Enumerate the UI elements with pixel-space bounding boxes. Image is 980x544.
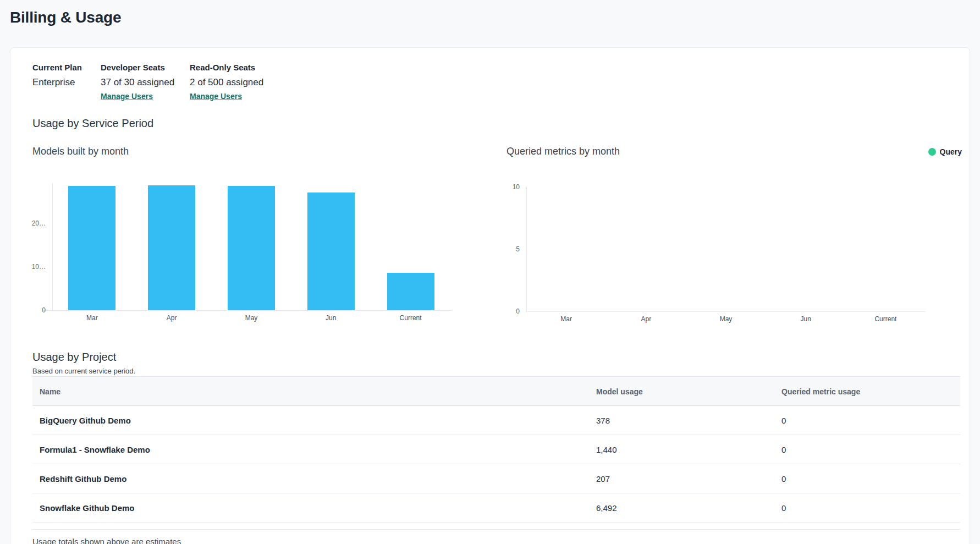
table-header-row: Name Model usage Queried metric usage	[32, 376, 960, 406]
table-row: Snowflake Github Demo6,4920	[32, 493, 960, 523]
column-header-queried-metric-usage: Queried metric usage	[781, 377, 860, 406]
y-axis-tick-label: 0	[485, 307, 520, 316]
x-axis-tick-label: May	[720, 315, 733, 323]
x-axis-tick-label: Jun	[326, 314, 336, 322]
y-axis-tick-label: 10…	[10, 262, 46, 271]
bar-apr[interactable]	[148, 185, 195, 310]
current-plan-column: Current Plan Enterprise	[32, 63, 101, 101]
queried-metric-usage-cell: 0	[781, 464, 786, 493]
table-row: BigQuery Github Demo3780	[32, 406, 960, 435]
usage-by-project-table: Name Model usage Queried metric usage Bi…	[32, 376, 960, 523]
model-usage-cell: 6,492	[596, 493, 617, 523]
x-axis-tick-label: Apr	[641, 315, 651, 323]
usage-by-project-subtitle: Based on current service period.	[32, 367, 135, 375]
model-usage-cell: 207	[596, 464, 610, 493]
plot-area	[526, 187, 926, 311]
x-axis: MarAprMayJunCurrent	[526, 314, 926, 323]
table-row: Formula1 - Snowflake Demo1,4400	[32, 435, 960, 464]
billing-card: Current Plan Enterprise Developer Seats …	[10, 47, 970, 544]
project-name-cell: Snowflake Github Demo	[40, 493, 135, 523]
plan-summary: Current Plan Enterprise Developer Seats …	[32, 63, 263, 101]
developer-seats-label: Developer Seats	[101, 63, 190, 72]
model-usage-cell: 1,440	[596, 435, 617, 464]
y-axis: 010…20…	[10, 180, 49, 310]
usage-estimates-note: Usage totals shown above are estimates	[32, 537, 181, 544]
current-plan-value: Enterprise	[32, 77, 101, 88]
queried-metric-usage-cell: 0	[781, 406, 786, 435]
x-axis-line	[526, 311, 926, 312]
read-only-seats-column: Read-Only Seats 2 of 500 assigned Manage…	[190, 63, 263, 101]
query-legend-label: Query	[940, 147, 962, 156]
queried-metric-usage-cell: 0	[781, 435, 786, 464]
bar-mar[interactable]	[68, 186, 115, 310]
y-axis-tick-label: 0	[10, 306, 46, 315]
column-header-model-usage: Model usage	[596, 377, 643, 406]
queried-metrics-chart-title: Queried metrics by month	[506, 146, 620, 157]
queried-metric-usage-cell: 0	[781, 493, 786, 523]
x-axis-tick-label: May	[245, 314, 258, 322]
read-only-seats-value: 2 of 500 assigned	[190, 77, 263, 88]
manage-users-link-readonly[interactable]: Manage Users	[190, 92, 242, 101]
manage-users-link-developer[interactable]: Manage Users	[101, 92, 153, 101]
x-axis-tick-label: Current	[874, 315, 896, 323]
x-axis-tick-label: Current	[400, 314, 422, 322]
x-axis-tick-label: Jun	[801, 315, 811, 323]
query-legend-dot-icon	[928, 148, 936, 156]
current-plan-label: Current Plan	[32, 63, 101, 72]
page-title: Billing & Usage	[10, 9, 121, 26]
y-axis-tick-label: 20…	[10, 219, 46, 228]
table-row: Redshift Github Demo2070	[32, 464, 960, 493]
project-name-cell: Redshift Github Demo	[40, 464, 126, 493]
model-usage-cell: 378	[596, 406, 610, 435]
bar-may[interactable]	[228, 186, 275, 310]
developer-seats-column: Developer Seats 37 of 30 assigned Manage…	[101, 63, 190, 101]
project-name-cell: Formula1 - Snowflake Demo	[40, 435, 150, 464]
x-axis-tick-label: Mar	[86, 314, 98, 322]
x-axis-tick-label: Apr	[167, 314, 177, 322]
y-axis-tick-label: 10	[485, 183, 520, 191]
usage-table-body: BigQuery Github Demo3780Formula1 - Snowf…	[32, 406, 960, 523]
models-built-chart-title: Models built by month	[32, 146, 129, 157]
x-axis: MarAprMayJunCurrent	[52, 312, 450, 322]
bar-jun[interactable]	[307, 193, 355, 310]
x-axis-tick-label: Mar	[560, 315, 572, 323]
y-axis: 0510	[485, 187, 523, 311]
project-name-cell: BigQuery Github Demo	[40, 406, 131, 435]
bar-current[interactable]	[387, 273, 434, 310]
usage-by-project-title: Usage by Project	[32, 351, 116, 364]
read-only-seats-label: Read-Only Seats	[190, 63, 263, 72]
x-axis-line	[43, 310, 452, 311]
plot-area	[52, 180, 450, 310]
usage-by-service-period-title: Usage by Service Period	[32, 117, 153, 130]
table-bottom-divider	[32, 529, 960, 530]
y-axis-tick-label: 5	[485, 245, 520, 254]
column-header-name: Name	[40, 377, 60, 406]
developer-seats-value: 37 of 30 assigned	[101, 77, 190, 88]
chart-legend: Query	[928, 147, 962, 156]
